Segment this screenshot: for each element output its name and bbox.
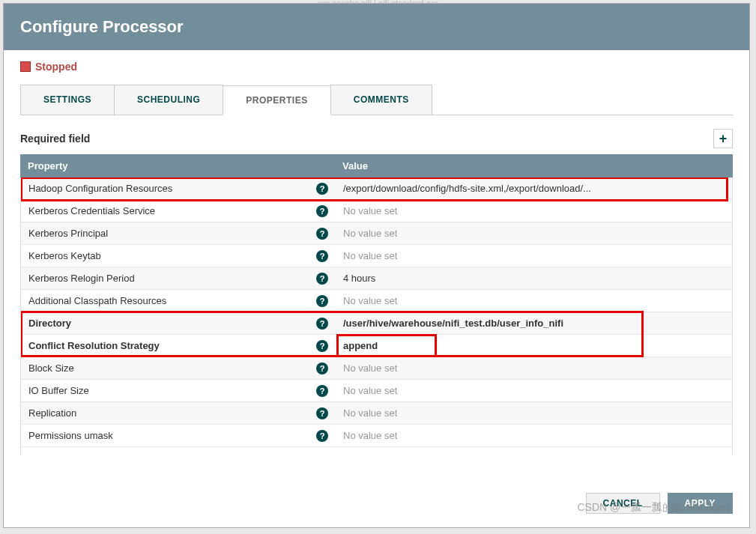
help-icon[interactable]: ? — [316, 318, 328, 330]
property-value-cell[interactable]: No value set — [336, 380, 732, 401]
property-value-cell[interactable]: /export/download/config/hdfs-site.xml,/e… — [336, 178, 732, 199]
property-name: IO Buffer Size — [28, 385, 89, 396]
property-value-cell[interactable]: No value set — [336, 200, 732, 222]
dialog-footer: CANCEL APPLY — [4, 479, 749, 527]
help-icon[interactable]: ? — [316, 250, 328, 262]
help-icon[interactable]: ? — [316, 430, 328, 442]
property-name-cell: Hadoop Configuration Resources? — [21, 178, 336, 199]
table-row[interactable]: Kerberos Credentials Service?No value se… — [21, 200, 732, 222]
configure-processor-dialog: Configure Processor Stopped SETTINGSSCHE… — [3, 3, 750, 528]
processor-status: Stopped — [20, 61, 733, 73]
table-row[interactable]: Conflict Resolution Strategy?append — [21, 335, 732, 357]
properties-table: Property Value Hadoop Configuration Reso… — [20, 154, 733, 479]
property-name-cell: Kerberos Relogin Period? — [21, 267, 336, 289]
table-row[interactable]: Replication?No value set — [21, 402, 732, 425]
help-icon[interactable]: ? — [316, 340, 328, 352]
property-name: Kerberos Keytab — [28, 250, 101, 261]
help-icon[interactable]: ? — [316, 362, 328, 374]
tab-comments[interactable]: COMMENTS — [330, 85, 432, 115]
dialog-content: Stopped SETTINGSSCHEDULINGPROPERTIESCOMM… — [4, 50, 749, 479]
table-row[interactable]: Kerberos Principal?No value set — [21, 222, 732, 245]
help-icon[interactable]: ? — [316, 205, 328, 217]
property-name-cell: IO Buffer Size? — [21, 380, 336, 401]
help-icon[interactable]: ? — [316, 228, 328, 240]
dialog-header: Configure Processor — [4, 4, 749, 50]
required-row: Required field + — [20, 129, 733, 148]
property-name: Conflict Resolution Strategy — [28, 340, 160, 351]
tab-bar: SETTINGSSCHEDULINGPROPERTIESCOMMENTS — [20, 85, 733, 115]
table-body[interactable]: Hadoop Configuration Resources?/export/d… — [20, 178, 733, 455]
property-name: Additional Classpath Resources — [28, 295, 166, 306]
help-icon[interactable]: ? — [316, 183, 328, 195]
tab-scheduling[interactable]: SCHEDULING — [114, 85, 223, 115]
stopped-icon — [20, 61, 31, 72]
property-name: Kerberos Principal — [28, 228, 108, 239]
cancel-button[interactable]: CANCEL — [586, 493, 660, 514]
column-property: Property — [20, 154, 335, 178]
property-value-cell[interactable]: No value set — [336, 402, 732, 424]
property-name-cell: Block Size? — [21, 357, 336, 379]
help-icon[interactable]: ? — [316, 273, 328, 285]
property-name-cell: Kerberos Keytab? — [21, 245, 336, 267]
help-icon[interactable]: ? — [316, 407, 328, 419]
property-name: Permissions umask — [28, 430, 113, 441]
property-value-cell[interactable]: No value set — [336, 245, 732, 267]
property-value-cell[interactable]: 4 hours — [336, 267, 732, 289]
column-value: Value — [335, 154, 733, 178]
table-row[interactable]: Directory?/user/hive/warehouse/nifi_test… — [21, 312, 732, 335]
table-row[interactable]: Kerberos Relogin Period?4 hours — [21, 267, 732, 290]
property-name: Hadoop Configuration Resources — [28, 183, 172, 194]
property-name: Kerberos Credentials Service — [28, 205, 155, 216]
table-row[interactable]: Hadoop Configuration Resources?/export/d… — [21, 178, 732, 200]
property-value-cell[interactable]: No value set — [336, 357, 732, 379]
table-row[interactable]: Additional Classpath Resources?No value … — [21, 290, 732, 312]
tab-settings[interactable]: SETTINGS — [20, 85, 115, 115]
property-value-cell[interactable]: /user/hive/warehouse/nifi_test.db/user_i… — [336, 312, 732, 334]
dialog-title: Configure Processor — [20, 17, 184, 36]
table-row[interactable]: IO Buffer Size?No value set — [21, 380, 732, 402]
property-value-cell[interactable]: append — [336, 335, 732, 356]
property-name-cell: Conflict Resolution Strategy? — [21, 335, 336, 356]
table-row[interactable]: Permissions umask?No value set — [21, 425, 732, 447]
property-value-cell[interactable]: No value set — [336, 290, 732, 312]
help-icon[interactable]: ? — [316, 295, 328, 307]
table-header: Property Value — [20, 154, 733, 178]
required-field-label: Required field — [20, 133, 90, 145]
apply-button[interactable]: APPLY — [668, 493, 733, 514]
property-name-cell: Additional Classpath Resources? — [21, 290, 336, 312]
table-row[interactable]: Kerberos Keytab?No value set — [21, 245, 732, 267]
property-name-cell: Kerberos Credentials Service? — [21, 200, 336, 222]
add-property-button[interactable]: + — [713, 129, 733, 148]
status-label: Stopped — [35, 61, 77, 73]
property-name: Directory — [28, 318, 71, 329]
property-value-cell[interactable]: No value set — [336, 425, 732, 446]
table-row[interactable]: Block Size?No value set — [21, 357, 732, 380]
property-name-cell: Permissions umask? — [21, 425, 336, 446]
property-name: Block Size — [28, 362, 74, 374]
property-name-cell: Directory? — [21, 312, 336, 334]
help-icon[interactable]: ? — [316, 385, 328, 397]
property-name: Replication — [28, 407, 76, 419]
property-name-cell: Kerberos Principal? — [21, 222, 336, 244]
property-name: Kerberos Relogin Period — [28, 273, 135, 284]
property-value-cell[interactable]: No value set — [336, 222, 732, 244]
property-name-cell: Replication? — [21, 402, 336, 424]
tab-properties[interactable]: PROPERTIES — [223, 85, 330, 115]
